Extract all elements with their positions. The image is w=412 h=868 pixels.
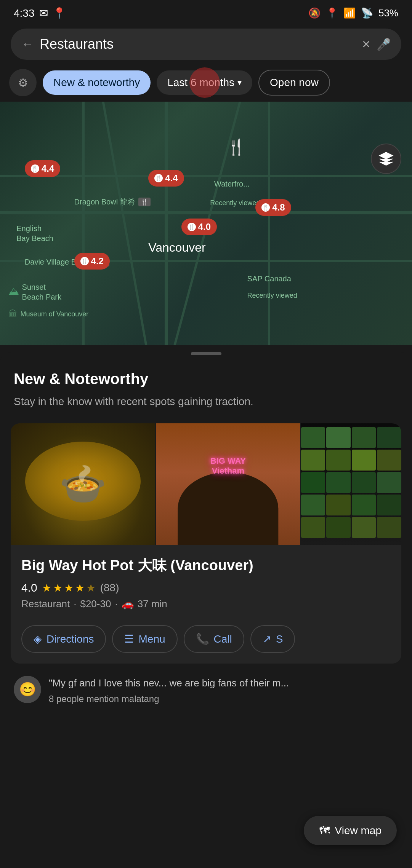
fork-icon-4: 🍴	[80, 257, 89, 265]
filter-row: ⚙ New & noteworthy Last 6 months ▾ Open …	[0, 65, 412, 102]
mute-icon: 🔕	[308, 7, 321, 19]
status-right: 🔕 📍 📶 📡 53%	[308, 7, 398, 19]
fork-icon-5: 🍴	[261, 203, 270, 212]
photo-restaurant[interactable]: BIG WAYVietham	[155, 423, 300, 545]
chip-last-6-months-label: Last 6 months	[167, 77, 234, 89]
road-horizontal-1	[0, 211, 412, 214]
rating-pin-2[interactable]: 🍴 4.4	[148, 170, 184, 187]
share-button[interactable]: ↗ S	[250, 625, 295, 653]
search-query: Restaurants	[40, 36, 356, 52]
plain-pin-1[interactable]: 🍴	[227, 138, 246, 156]
menu-icon: ☰	[124, 633, 134, 645]
map-background: EnglishBay Beach Davie Village Bakery 🍴 …	[0, 102, 412, 345]
drive-time: 37 min	[138, 598, 167, 610]
section-subtitle: Stay in the know with recent spots gaini…	[14, 394, 398, 410]
view-map-icon: 🗺	[319, 824, 330, 837]
reviewer-avatar: 😊	[14, 676, 41, 703]
dot-1: ·	[74, 598, 76, 610]
chip-new-noteworthy-label: New & noteworthy	[53, 77, 140, 89]
star-2: ★	[53, 582, 63, 594]
rating-pin-1[interactable]: 🍴 4.4	[25, 160, 60, 177]
map-label-sap: SAP Canada	[247, 274, 291, 283]
chevron-down-icon: ▾	[237, 78, 242, 88]
menu-button[interactable]: ☰ Menu	[112, 625, 177, 653]
location-icon: 📍	[326, 7, 338, 19]
section-header: New & Noteworthy Stay in the know with r…	[0, 355, 412, 417]
map-layer-button[interactable]	[371, 144, 401, 174]
back-button[interactable]: ←	[21, 37, 34, 51]
share-label: S	[276, 633, 283, 645]
map-label-recently-viewed-2: Recently viewed	[247, 292, 297, 300]
star-3: ★	[64, 582, 74, 594]
drive-icon: 🚗	[122, 598, 134, 610]
review-tag: 8 people mention malatang	[49, 694, 398, 704]
call-icon: 📞	[196, 633, 209, 645]
pin-icon: 📍	[53, 7, 66, 19]
restaurant-name: Big Way Hot Pot 大味 (Vancouver)	[21, 556, 391, 575]
section-title: New & Noteworthy	[14, 370, 398, 388]
status-left: 4:33 ✉ 📍	[14, 7, 66, 19]
road-diagonal-2	[81, 102, 168, 345]
search-bar-container: ← Restaurants ✕ 🎤	[0, 23, 412, 65]
signal-icon: 📡	[361, 7, 373, 19]
filter-icon-button[interactable]: ⚙	[9, 69, 37, 96]
bottom-sheet: New & Noteworthy Stay in the know with r…	[0, 352, 412, 868]
neon-sign: BIG WAYVietham	[210, 456, 246, 476]
status-bar: 4:33 ✉ 📍 🔕 📍 📶 📡 53%	[0, 0, 412, 23]
rating-row: 4.0 ★ ★ ★ ★ ★ (88)	[21, 581, 391, 594]
menu-label: Menu	[138, 633, 165, 645]
dot-2: ·	[115, 598, 117, 610]
rating-number: 4.0	[21, 581, 37, 594]
battery-display: 53%	[378, 7, 398, 19]
map-label-dragon-bowl: Dragon Bowl 龍肴 🍴	[74, 197, 151, 207]
avatar-emoji: 😊	[19, 681, 36, 697]
map-label-recently-viewed-1: Recently viewed	[210, 199, 260, 207]
fork-icon-3: 🍴	[188, 223, 196, 231]
search-bar[interactable]: ← Restaurants ✕ 🎤	[11, 29, 401, 60]
view-map-label: View map	[335, 825, 382, 837]
review-text-block: "My gf and I love this nev... we are big…	[49, 676, 398, 704]
restaurant-info: Big Way Hot Pot 大味 (Vancouver) 4.0 ★ ★ ★…	[11, 545, 401, 617]
share-icon: ↗	[263, 633, 271, 645]
star-rating: ★ ★ ★ ★ ★	[42, 582, 96, 594]
layers-icon	[378, 151, 394, 166]
rating-pin-4[interactable]: 🍴 4.2	[74, 253, 110, 270]
restaurant-card[interactable]: BIG WAYVietham	[11, 423, 401, 664]
review-text: "My gf and I love this nev... we are big…	[49, 676, 398, 691]
wifi-icon: 📶	[343, 7, 356, 19]
gmail-icon: ✉	[39, 7, 48, 19]
road-vertical-1	[165, 102, 168, 345]
review-snippet: 😊 "My gf and I love this nev... we are b…	[0, 670, 412, 712]
clear-button[interactable]: ✕	[362, 38, 370, 51]
filter-icon: ⚙	[18, 76, 28, 89]
rating-value-2: 4.4	[165, 173, 178, 183]
drag-handle[interactable]	[191, 352, 221, 355]
map-label-sunset: ⛰ SunsetBeach Park	[8, 282, 61, 302]
road-horizontal-2	[0, 175, 412, 177]
star-1: ★	[42, 582, 51, 594]
map-label-museum: 🏛 Museum of Vancouver	[8, 309, 89, 319]
map-label-vancouver: Vancouver	[148, 241, 206, 255]
chip-new-noteworthy[interactable]: New & noteworthy	[43, 70, 151, 95]
star-half: ★	[86, 582, 96, 594]
fork-icon-1: 🍴	[31, 164, 39, 173]
map-area[interactable]: EnglishBay Beach Davie Village Bakery 🍴 …	[0, 102, 412, 345]
review-count: (88)	[100, 582, 119, 594]
call-button[interactable]: 📞 Call	[184, 625, 244, 653]
directions-button[interactable]: ◈ Directions	[21, 625, 106, 653]
photo-produce[interactable]	[300, 423, 402, 545]
photo-hotpot[interactable]	[11, 423, 155, 545]
directions-icon: ◈	[34, 633, 42, 645]
mic-button[interactable]: 🎤	[377, 38, 391, 51]
chip-last-6-months[interactable]: Last 6 months ▾	[157, 70, 252, 95]
rating-pin-3[interactable]: 🍴 4.0	[181, 219, 217, 235]
chip-open-now[interactable]: Open now	[258, 70, 330, 96]
map-label-english-bay: EnglishBay Beach	[16, 223, 53, 243]
rating-pin-5[interactable]: 🍴 4.8	[255, 199, 291, 216]
road-vertical-2	[268, 102, 270, 345]
directions-label: Directions	[46, 633, 94, 645]
view-map-button[interactable]: 🗺 View map	[304, 816, 397, 845]
price-range: $20-30	[80, 598, 111, 610]
action-buttons: ◈ Directions ☰ Menu 📞 Call ↗ S	[11, 617, 401, 664]
time-display: 4:33	[14, 7, 35, 19]
